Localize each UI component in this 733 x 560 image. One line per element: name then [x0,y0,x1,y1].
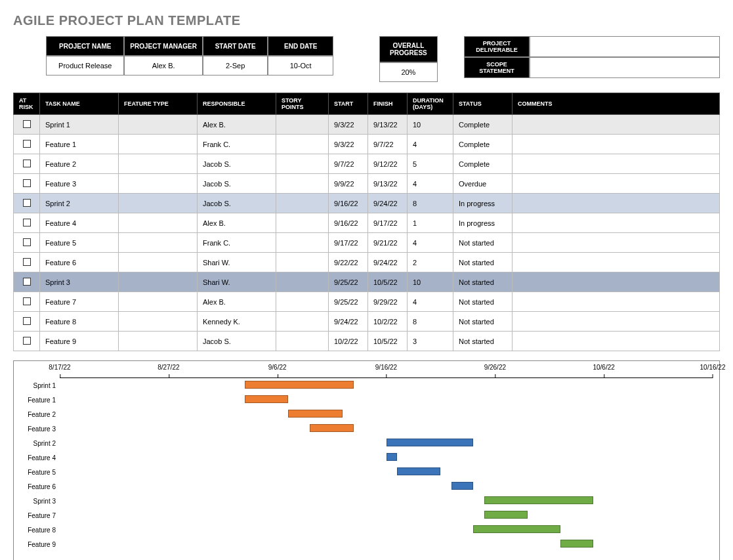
cell-start[interactable]: 9/9/22 [329,174,368,194]
value-project-deliverable[interactable] [530,36,720,57]
cell-comments[interactable] [513,194,720,213]
at-risk-checkbox[interactable] [23,337,31,345]
cell-task[interactable]: Feature 8 [40,312,119,332]
cell-duration[interactable]: 4 [408,292,453,312]
cell-status[interactable]: Not started [453,233,513,253]
at-risk-checkbox[interactable] [23,160,31,167]
cell-status[interactable]: Complete [453,135,513,154]
cell-start[interactable]: 10/2/22 [329,332,368,351]
cell-responsible[interactable]: Alex B. [198,115,276,135]
cell-task[interactable]: Sprint 2 [40,194,119,213]
cell-task[interactable]: Feature 9 [40,332,119,351]
cell-feature-type[interactable] [119,194,198,213]
cell-task[interactable]: Feature 5 [40,233,119,253]
cell-comments[interactable] [513,292,720,312]
cell-story-points[interactable] [276,272,329,292]
cell-start[interactable]: 9/22/22 [329,253,368,272]
cell-start[interactable]: 9/25/22 [329,272,368,292]
cell-status[interactable]: Not started [453,272,513,292]
cell-duration[interactable]: 3 [408,332,453,351]
cell-duration[interactable]: 1 [408,213,453,233]
cell-comments[interactable] [513,312,720,332]
cell-start[interactable]: 9/16/22 [329,213,368,233]
cell-finish[interactable]: 10/2/22 [368,312,408,332]
cell-feature-type[interactable] [119,253,198,272]
cell-start[interactable]: 9/24/22 [329,312,368,332]
cell-responsible[interactable]: Jacob S. [198,154,276,174]
cell-finish[interactable]: 9/13/22 [368,174,408,194]
cell-status[interactable]: Overdue [453,174,513,194]
cell-status[interactable]: Not started [453,292,513,312]
cell-story-points[interactable] [276,233,329,253]
cell-responsible[interactable]: Jacob S. [198,194,276,213]
value-end-date[interactable]: 10-Oct [268,56,333,75]
cell-story-points[interactable] [276,135,329,154]
cell-duration[interactable]: 10 [408,272,453,292]
cell-comments[interactable] [513,135,720,154]
cell-duration[interactable]: 4 [408,174,453,194]
cell-finish[interactable]: 9/17/22 [368,213,408,233]
cell-duration[interactable]: 10 [408,115,453,135]
at-risk-checkbox[interactable] [23,120,31,128]
at-risk-checkbox[interactable] [23,199,31,207]
cell-feature-type[interactable] [119,154,198,174]
cell-task[interactable]: Feature 1 [40,135,119,154]
cell-story-points[interactable] [276,312,329,332]
cell-comments[interactable] [513,213,720,233]
cell-comments[interactable] [513,174,720,194]
cell-feature-type[interactable] [119,312,198,332]
cell-feature-type[interactable] [119,135,198,154]
cell-start[interactable]: 9/3/22 [329,115,368,135]
cell-start[interactable]: 9/25/22 [329,292,368,312]
at-risk-checkbox[interactable] [23,278,31,286]
cell-comments[interactable] [513,154,720,174]
cell-finish[interactable]: 9/29/22 [368,292,408,312]
cell-duration[interactable]: 2 [408,253,453,272]
cell-story-points[interactable] [276,115,329,135]
cell-responsible[interactable]: Alex B. [198,292,276,312]
cell-comments[interactable] [513,253,720,272]
cell-task[interactable]: Sprint 1 [40,115,119,135]
cell-start[interactable]: 9/17/22 [329,233,368,253]
at-risk-checkbox[interactable] [23,317,31,325]
cell-status[interactable]: Complete [453,115,513,135]
at-risk-checkbox[interactable] [23,238,31,246]
cell-status[interactable]: In progress [453,213,513,233]
cell-responsible[interactable]: Alex B. [198,213,276,233]
cell-responsible[interactable]: Jacob S. [198,174,276,194]
cell-responsible[interactable]: Frank C. [198,135,276,154]
cell-task[interactable]: Sprint 3 [40,272,119,292]
cell-duration[interactable]: 4 [408,233,453,253]
cell-finish[interactable]: 9/21/22 [368,233,408,253]
cell-status[interactable]: Not started [453,312,513,332]
cell-story-points[interactable] [276,174,329,194]
cell-status[interactable]: Not started [453,332,513,351]
cell-responsible[interactable]: Frank C. [198,233,276,253]
cell-task[interactable]: Feature 6 [40,253,119,272]
cell-story-points[interactable] [276,292,329,312]
cell-status[interactable]: Complete [453,154,513,174]
cell-feature-type[interactable] [119,233,198,253]
cell-comments[interactable] [513,233,720,253]
value-project-name[interactable]: Product Release [46,56,124,75]
cell-comments[interactable] [513,332,720,351]
cell-feature-type[interactable] [119,292,198,312]
at-risk-checkbox[interactable] [23,258,31,266]
value-start-date[interactable]: 2-Sep [203,56,268,75]
cell-finish[interactable]: 10/5/22 [368,272,408,292]
cell-comments[interactable] [513,115,720,135]
cell-responsible[interactable]: Shari W. [198,272,276,292]
cell-duration[interactable]: 4 [408,135,453,154]
cell-start[interactable]: 9/7/22 [329,154,368,174]
cell-duration[interactable]: 8 [408,312,453,332]
value-project-manager[interactable]: Alex B. [124,56,202,75]
cell-finish[interactable]: 9/12/22 [368,154,408,174]
cell-task[interactable]: Feature 3 [40,174,119,194]
cell-finish[interactable]: 9/13/22 [368,115,408,135]
cell-story-points[interactable] [276,213,329,233]
value-scope-statement[interactable] [530,57,720,78]
cell-task[interactable]: Feature 4 [40,213,119,233]
cell-duration[interactable]: 5 [408,154,453,174]
cell-start[interactable]: 9/16/22 [329,194,368,213]
cell-feature-type[interactable] [119,174,198,194]
